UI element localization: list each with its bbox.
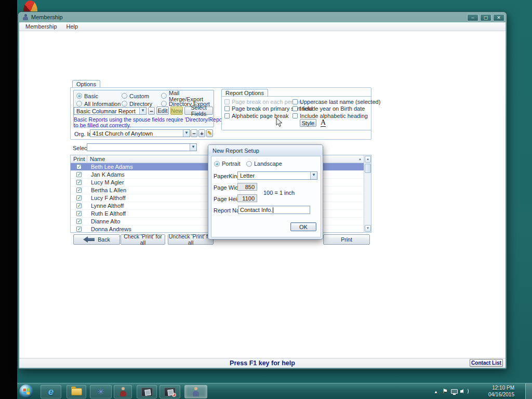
chevron-down-icon[interactable]: ▼ (190, 144, 196, 151)
radio-landscape[interactable]: Landscape (246, 161, 282, 167)
report-type-combo[interactable]: Basic Columnar Report ▼ (74, 107, 147, 115)
page-height-field[interactable]: 1100 (237, 194, 257, 202)
page-width-field[interactable]: 850 (237, 183, 257, 191)
network-icon[interactable] (451, 389, 458, 394)
print-checkbox[interactable] (76, 195, 82, 201)
print-checkbox[interactable] (76, 188, 82, 193)
uncheck-print-for-all-button[interactable]: Uncheck 'Print' for all (168, 234, 214, 245)
ok-button[interactable]: OK (290, 222, 316, 231)
member-name: Donna Andrews (87, 226, 131, 232)
report-name-value: Contact Info. (240, 207, 272, 213)
taskbar-photo-app-recording[interactable] (159, 385, 180, 398)
radio-icon (76, 101, 82, 107)
check-page-break-each-person: Page break on each person (224, 98, 292, 105)
org-remove-button[interactable]: − (191, 129, 197, 137)
taskbar-membership-app-active[interactable] (184, 385, 207, 398)
radio-mail-merge-export[interactable]: Mail Merge/Export (161, 92, 211, 100)
tab-options[interactable]: Options (72, 80, 100, 88)
start-button[interactable] (19, 384, 33, 398)
clock-date: 04/16/2015 (478, 392, 514, 398)
taskbar-file-explorer[interactable] (66, 385, 86, 398)
org-info-value: 41st Church of Anytown (90, 130, 183, 137)
menu-item-membership[interactable]: Membership (25, 23, 57, 30)
clock-time: 12:10 PM (478, 385, 514, 392)
paper-kind-combo[interactable]: Letter ▼ (237, 171, 317, 180)
taskbar-internet-explorer[interactable]: e (41, 385, 61, 398)
vertical-scrollbar[interactable]: ▲ ▼ (364, 155, 371, 232)
style-button[interactable]: Style (300, 119, 316, 127)
radio-custom[interactable]: Custom (122, 92, 161, 100)
radio-basic[interactable]: Basic (76, 92, 122, 100)
dialog-title: New Report Setup (212, 148, 259, 154)
radio-portrait[interactable]: Portrait (214, 161, 240, 167)
back-button[interactable]: Back (73, 234, 120, 245)
member-name: Lynne Althoff (87, 203, 124, 209)
radio-all-information[interactable]: All Information (76, 100, 122, 108)
radio-label: All Information (84, 101, 121, 107)
print-checkbox[interactable] (76, 172, 82, 177)
org-info-combo[interactable]: 41st Church of Anytown ▼ (90, 129, 190, 137)
title-bar[interactable]: Membership (18, 12, 507, 22)
scrollbar-thumb[interactable] (365, 164, 371, 173)
member-name: Dianne Alto (87, 218, 120, 224)
status-help-text: Press F1 key for help (230, 360, 295, 367)
print-checkbox[interactable] (76, 164, 82, 169)
radio-icon (161, 93, 167, 99)
show-desktop-button[interactable] (525, 383, 532, 399)
scroll-down-icon[interactable]: ▼ (365, 225, 371, 232)
print-checkbox[interactable] (76, 203, 82, 208)
maximize-button[interactable]: ▢ (480, 14, 491, 21)
font-button[interactable]: A (321, 119, 326, 127)
select-fields-button[interactable]: Select Fields (184, 107, 213, 115)
select-combo[interactable]: ▼ (87, 143, 197, 151)
radio-selected-icon (76, 93, 82, 99)
ie-icon: e (48, 386, 54, 397)
contact-list-button[interactable]: Contact List (470, 359, 503, 367)
show-hidden-icons[interactable]: ▲ (434, 390, 438, 394)
check-include-year-birth-date[interactable]: Include year on Birth date (292, 105, 380, 113)
style-row: Style A (300, 119, 326, 127)
volume-icon[interactable] (460, 388, 469, 394)
chevron-down-icon[interactable]: ▼ (139, 108, 146, 114)
chevron-down-icon[interactable]: ▼ (310, 172, 317, 179)
scroll-up-icon[interactable]: ▲ (365, 156, 371, 163)
close-button[interactable]: ✕ (493, 14, 504, 21)
radio-icon (122, 101, 127, 107)
menu-item-help[interactable]: Help (66, 23, 78, 30)
new-button[interactable]: New (170, 107, 183, 115)
taskbar-flower-app[interactable]: ✳ (90, 385, 112, 398)
check-include-alphabetic-heading[interactable]: Include alphabetic heading (292, 112, 380, 119)
screen-border (0, 0, 17, 399)
checkbox-icon (292, 106, 298, 111)
report-remove-button[interactable]: − (148, 107, 155, 115)
checkbox-icon (224, 113, 230, 118)
radio-selected-icon (214, 161, 220, 167)
radio-label: Portrait (222, 161, 240, 167)
org-edit-pencil-icon[interactable]: ✎ (206, 129, 213, 137)
tab-report-options[interactable]: Report Options (221, 89, 268, 97)
chevron-down-icon[interactable]: ▼ (183, 130, 190, 137)
check-uppercase-last-name[interactable]: Uppercase last name (selected) (292, 98, 380, 105)
taskbar-photo-app[interactable] (137, 385, 157, 398)
print-button[interactable]: Print (323, 234, 370, 245)
taskbar-figure-app[interactable] (114, 385, 132, 398)
print-checkbox[interactable] (76, 219, 82, 224)
print-checkbox[interactable] (76, 227, 82, 232)
print-checkbox[interactable] (76, 211, 82, 216)
check-print-for-all-button[interactable]: Check 'Print' for all (121, 234, 165, 245)
radio-label: Basic (84, 93, 98, 99)
radio-label: Custom (129, 93, 149, 99)
minimize-button[interactable]: – (467, 14, 478, 21)
check-page-break-primary-sort[interactable]: Page break on primary sort field (224, 105, 292, 113)
org-add-button[interactable]: + (198, 129, 205, 137)
back-arrow-icon (83, 236, 95, 243)
report-name-field[interactable]: Contact Info. (238, 206, 310, 214)
action-center-flag-icon[interactable]: ⚑ (442, 388, 448, 395)
print-checkbox[interactable] (76, 180, 82, 185)
radio-directory[interactable]: Directory (122, 100, 161, 108)
edit-button[interactable]: Edit (156, 107, 169, 115)
app-person-icon (23, 14, 28, 21)
column-header-print[interactable]: Print (71, 155, 87, 163)
dialog-title-bar[interactable]: New Report Setup (208, 145, 323, 156)
taskbar-clock[interactable]: 12:10 PM 04/16/2015 (478, 385, 514, 398)
